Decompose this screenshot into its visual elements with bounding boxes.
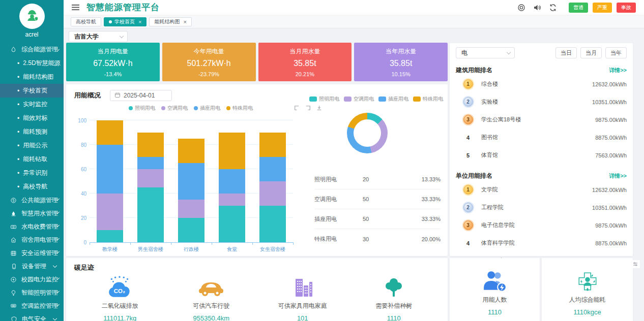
- rank-cell: 1: [460, 79, 476, 89]
- ranking-row[interactable]: 4图书馆8875.00kWh: [456, 129, 627, 146]
- sidebar-group[interactable]: 安全运维管理: [0, 246, 64, 260]
- period-button[interactable]: 当月: [580, 47, 602, 58]
- bar-segment[interactable]: [219, 169, 245, 194]
- usage-table: 照明用电2013.33%空调用电5033.33%插座用电5033.33%特殊用电…: [314, 170, 441, 249]
- ranking-row[interactable]: 1文学院12632.00kWh: [456, 181, 627, 199]
- legend-item[interactable]: 插座用电: [378, 95, 408, 103]
- bar-segment[interactable]: [97, 145, 123, 194]
- close-icon[interactable]: ×: [138, 19, 141, 25]
- alarm-badge[interactable]: 严重: [593, 3, 612, 13]
- bar-segment[interactable]: [97, 194, 123, 230]
- hamburger-menu-icon[interactable]: [72, 4, 79, 11]
- toolbox-magic-icon[interactable]: [294, 105, 300, 111]
- bar-segment[interactable]: [259, 181, 286, 206]
- y-axis-label: 0: [72, 240, 86, 245]
- date-picker[interactable]: 2025-04-01: [110, 90, 172, 101]
- legend-item[interactable]: 照明用电: [309, 95, 339, 103]
- bar-segment[interactable]: [178, 218, 204, 242]
- sidebar-item[interactable]: •能耗结构图: [0, 70, 64, 84]
- bar-segment[interactable]: [137, 157, 164, 169]
- sidebar-group[interactable]: 电气安全: [0, 312, 64, 321]
- sidebar-group[interactable]: 空调监控管理: [0, 299, 64, 312]
- bar-segment[interactable]: [97, 230, 123, 242]
- sidebar-item[interactable]: •实时监控: [0, 98, 64, 111]
- refresh-icon[interactable]: [549, 4, 557, 12]
- sidebar-group[interactable]: 宿舍用电管理: [0, 233, 64, 246]
- sidebar-group[interactable]: 公共能源管理: [0, 194, 64, 207]
- bar-segment[interactable]: [137, 133, 164, 157]
- bar-segment[interactable]: [97, 120, 123, 145]
- speaker-icon[interactable]: [533, 4, 541, 12]
- ranking-row[interactable]: 2实验楼10351.00kWh: [456, 93, 627, 111]
- sidebar-item[interactable]: •能效对标: [0, 111, 64, 125]
- close-icon[interactable]: ×: [183, 19, 186, 25]
- alarm-badge[interactable]: 事故: [617, 3, 636, 13]
- y-axis-label: 20: [72, 215, 86, 221]
- legend-item[interactable]: 空调用电: [161, 105, 188, 112]
- tab-1[interactable]: 学校首页×: [104, 17, 147, 26]
- toolbox-dataview-icon[interactable]: [305, 105, 311, 111]
- stat-card-delta: -13.4%: [66, 71, 160, 77]
- sidebar-item-label: 学校首页: [23, 86, 47, 95]
- bar-segment[interactable]: [178, 200, 204, 218]
- bar-segment[interactable]: [259, 157, 286, 181]
- bar-segment[interactable]: [219, 133, 245, 169]
- campus-power-icon: [10, 276, 17, 283]
- legend-item[interactable]: 特殊用电: [226, 105, 253, 112]
- legend-label: 特殊用电: [423, 95, 443, 103]
- sidebar-item[interactable]: •能耗预测: [0, 125, 64, 139]
- toolbox-download-icon[interactable]: [316, 105, 323, 111]
- period-button[interactable]: 当日: [555, 47, 577, 58]
- usage-table-row: 空调用电5033.33%: [314, 189, 441, 209]
- rank-name: 图书馆: [481, 134, 595, 141]
- sidebar-group[interactable]: 设备管理: [0, 260, 64, 273]
- bar-segment[interactable]: [259, 133, 286, 157]
- school-select[interactable]: 吉首大学: [69, 31, 128, 42]
- sidebar-item[interactable]: •2.5D智慧能源: [0, 56, 64, 70]
- details-link[interactable]: 详情>>: [609, 172, 627, 180]
- legend-item[interactable]: 照明用电: [129, 105, 155, 112]
- ranking-row[interactable]: 2工程学院10351.00kWh: [456, 199, 627, 216]
- energy-type-select[interactable]: 电: [456, 47, 515, 58]
- bar-segment[interactable]: [137, 187, 164, 242]
- legend-label: 照明用电: [135, 105, 155, 112]
- bar-segment[interactable]: [219, 194, 245, 206]
- sidebar-group[interactable]: 校园电力监控: [0, 273, 64, 286]
- sidebar-group[interactable]: 水电收费管理: [0, 220, 64, 233]
- legend-item[interactable]: 插座用电: [194, 105, 220, 112]
- tab-2[interactable]: 能耗结构图×: [149, 17, 191, 26]
- sidebar: acrel 综合能源管理•2.5D智慧能源•能耗结构图•学校首页•实时监控•能效…: [0, 0, 64, 321]
- sidebar-group-expanded[interactable]: 综合能源管理: [0, 43, 64, 56]
- sidebar-item[interactable]: •能耗钻取: [0, 152, 64, 166]
- sidebar-item-label: 能耗钻取: [23, 155, 47, 164]
- sidebar-item[interactable]: •高校导航: [0, 180, 64, 194]
- bar-segment[interactable]: [259, 206, 286, 242]
- message-center-icon[interactable]: [517, 4, 525, 12]
- sidebar-item[interactable]: •异常识别: [0, 166, 64, 180]
- tab-0[interactable]: 高校导航: [71, 17, 101, 26]
- ranking-row[interactable]: 1综合楼12632.00kWh: [456, 75, 627, 93]
- ranking-row[interactable]: 3学生公寓18号楼9875.00kWh: [456, 111, 627, 129]
- usage-percent: 13.33%: [398, 176, 441, 182]
- period-button[interactable]: 当年: [605, 47, 627, 58]
- people-energy-icon: [482, 269, 508, 294]
- sidebar-group[interactable]: 智慧用水管理: [0, 207, 64, 220]
- alarm-badge[interactable]: 普通: [569, 3, 588, 13]
- legend-item[interactable]: 特殊用电: [413, 95, 443, 103]
- sidebar-item[interactable]: •学校首页: [0, 84, 64, 98]
- bar-segment[interactable]: [219, 206, 245, 242]
- energy-drop-icon: [10, 46, 17, 53]
- sidebar-item[interactable]: •用能公示: [0, 139, 64, 152]
- ranking-row[interactable]: 4体育科学学院8875.00kWh: [456, 234, 627, 252]
- ranking-row[interactable]: 3电子信息学院9875.00kWh: [456, 216, 627, 234]
- bar-segment[interactable]: [137, 169, 164, 187]
- panel-settings-icon[interactable]: [631, 260, 640, 268]
- rank-cell: 2: [460, 97, 476, 107]
- stat-card-value: 501.27kW·h: [162, 59, 256, 68]
- bar-segment[interactable]: [178, 163, 204, 200]
- bar-segment[interactable]: [178, 139, 204, 163]
- legend-item[interactable]: 空调用电: [344, 95, 374, 103]
- ranking-row[interactable]: 5体育馆7563.00kWh: [456, 146, 627, 164]
- sidebar-group[interactable]: 智能照明管理: [0, 286, 64, 299]
- details-link[interactable]: 详情>>: [609, 67, 627, 74]
